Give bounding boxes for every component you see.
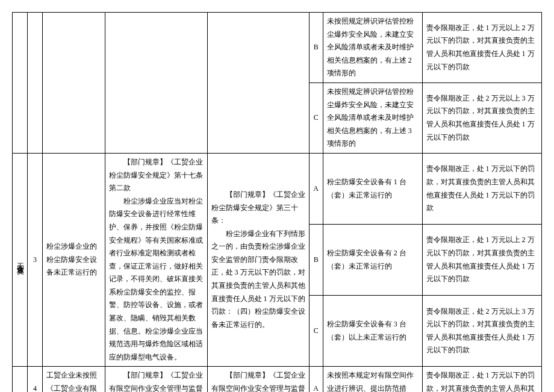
cell-category-empty xyxy=(13,13,28,154)
cell-penalty: 责令限期改正，处 1 万元以上 2 万元以下的罚款，对其直接负责的主管人员和其他… xyxy=(422,13,541,83)
regulation-table: B 未按照规定辨识评估管控粉尘爆炸安全风险，未建立安全风险清单或者未及时维护相关… xyxy=(12,12,542,392)
cell-level: C xyxy=(309,296,323,367)
cell-condition: 粉尘防爆安全设备有 1 台（套）未正常运行的 xyxy=(323,153,422,224)
cell-category: 工贸企业类 xyxy=(13,153,28,367)
cell-penalty: 责令限期改正，处 1 万元以下的罚款，对其直接负责的主管人员和其他直接责任人员处… xyxy=(422,153,541,224)
cell-level: A xyxy=(309,367,323,392)
cell-violation-empty xyxy=(43,13,105,154)
cell-basis1-empty xyxy=(105,13,207,154)
cell-level: B xyxy=(309,225,323,296)
cell-num-empty xyxy=(28,13,43,154)
cell-penalty: 责令限期改正，处 1 万元以下的罚款，对其直接负责的主管人员和其他直接责任人员处… xyxy=(422,367,541,392)
cell-num: 3 xyxy=(28,153,43,367)
cell-level: C xyxy=(309,82,323,153)
table-row: B 未按照规定辨识评估管控粉尘爆炸安全风险，未建立安全风险清单或者未及时维护相关… xyxy=(13,13,542,83)
table-row: 工贸企 4 工贸企业未按照《工贸企业有限空间作业 【部门规章】《工贸企业有限空间… xyxy=(13,367,542,392)
cell-level: A xyxy=(309,153,323,224)
table-row: 工贸企业类 3 粉尘涉爆企业的粉尘防爆安全设备未正常运行的 【部门规章】《工贸企… xyxy=(13,153,542,224)
cell-penalty: 责令限期改正，处 1 万元以上 2 万元以下的罚款，对其直接负责的主管人员和其他… xyxy=(422,225,541,296)
cell-basis1: 【部门规章】《工贸企业有限空间作业安全管理与监督暂行规定》第七条： xyxy=(105,367,207,392)
cell-violation: 工贸企业未按照《工贸企业有限空间作业 xyxy=(43,367,105,392)
cell-level: B xyxy=(309,13,323,83)
cell-category: 工贸企 xyxy=(13,367,28,392)
cell-violation: 粉尘涉爆企业的粉尘防爆安全设备未正常运行的 xyxy=(43,153,105,367)
cell-basis2: 【部门规章】《工贸企业粉尘防爆安全规定》第三十条： 粉尘涉爆企业有下列情形之一的… xyxy=(207,153,309,367)
cell-condition: 未按照规定辨识评估管控粉尘爆炸安全风险，未建立安全风险清单或者未及时维护相关信息… xyxy=(323,13,422,83)
cell-penalty: 责令限期改正，处 2 万元以上 3 万元以下的罚款，对其直接负责的主管人员和其他… xyxy=(422,82,541,153)
cell-basis2-empty xyxy=(207,13,309,154)
cell-condition: 粉尘防爆安全设备有 2 台（套）未正常运行的 xyxy=(323,225,422,296)
cell-condition: 粉尘防爆安全设备有 3 台（套）以上未正常运行的 xyxy=(323,296,422,367)
cell-penalty: 责令限期改正，处 2 万元以上 3 万元以下的罚款，对其直接负责的主管人员和其他… xyxy=(422,296,541,367)
cell-condition: 未按照本规定对有限空间作业进行辨识、提出防范措施、建立有限空间管理台 xyxy=(323,367,422,392)
cell-condition: 未按照规定辨识评估管控粉尘爆炸安全风险，未建立安全风险清单或者未及时维护相关信息… xyxy=(323,82,422,153)
cell-basis1: 【部门规章】《工贸企业粉尘防爆安全规定》第十七条第二款 粉尘涉爆企业应当对粉尘防… xyxy=(105,153,207,367)
cell-basis2: 【部门规章】《工贸企业有限空间作业安全管理与监督暂行规定》第三十条： xyxy=(207,367,309,392)
cell-num: 4 xyxy=(28,367,43,392)
